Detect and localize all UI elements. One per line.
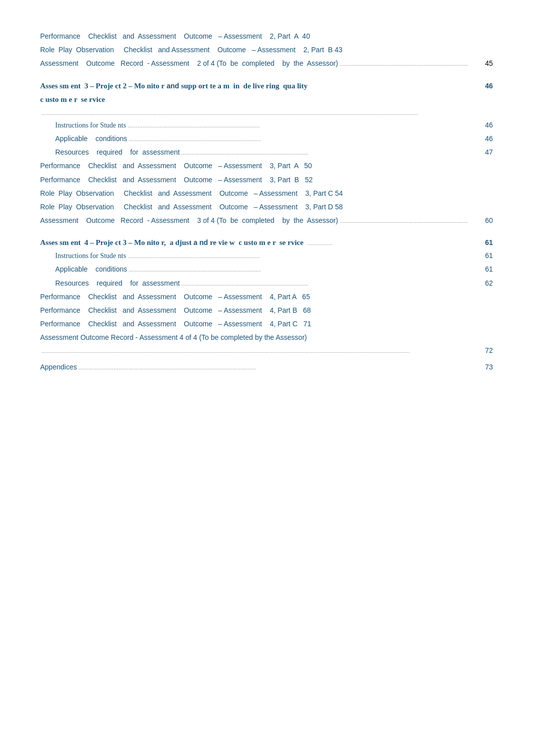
entry-appendices: Appendices .............................… xyxy=(40,361,493,373)
entry-assessment-record-2: Assessment Outcome Record - Assessment 2… xyxy=(40,57,493,70)
entry-label: Performance Checklist and Assessment Out… xyxy=(40,306,311,314)
toc-container: Performance Checklist and Assessment Out… xyxy=(40,30,493,373)
dots: ........................................… xyxy=(128,134,481,145)
entry-perf-check-3a: Performance Checklist and Assessment Out… xyxy=(40,160,493,172)
page-num: 73 xyxy=(483,361,493,373)
entry-perf-check-3b: Performance Checklist and Assessment Out… xyxy=(40,174,493,186)
entry-label: Performance Checklist and Assessment Out… xyxy=(40,176,313,184)
entry-label: Assessment Outcome Record - Assessment 2… xyxy=(40,57,338,70)
dots-row: ........................................… xyxy=(40,344,493,357)
section-4-heading: Asses sm ent 4 – Proje ct 3 – Mo nito r,… xyxy=(40,236,478,249)
entry-resources-3: Resources required for assessment ......… xyxy=(40,146,493,159)
page-num: 47 xyxy=(483,146,493,159)
entry-applicable-4: Applicable conditions ..................… xyxy=(40,263,493,276)
dots: ........................................… xyxy=(181,279,481,290)
page-num: 61 xyxy=(483,263,493,276)
entry-label: Assessment Outcome Record - Assessment 3… xyxy=(40,214,338,227)
entry-perf-check-4b: Performance Checklist and Assessment Out… xyxy=(40,304,493,317)
entry-perf-check-2a: Performance Checklist and Assessment Out… xyxy=(40,30,493,43)
entry-label: Applicable conditions xyxy=(55,263,127,276)
entry-label: Role Play Observation Checklist and Asse… xyxy=(40,203,343,211)
dots: ........................................… xyxy=(181,148,481,159)
entry-resources-4: Resources required for assessment ......… xyxy=(40,277,493,290)
section-3-heading: Asses sm ent 3 – Proje ct 2 – Mo nito r … xyxy=(40,79,478,119)
entry-assessment-record-3: Assessment Outcome Record - Assessment 3… xyxy=(40,214,493,227)
dots: ........................................… xyxy=(127,251,481,262)
entry-role-play-2b: Role Play Observation Checklist and Asse… xyxy=(40,44,493,56)
entry-label: Resources required for assessment xyxy=(55,277,180,290)
entry-role-play-3d: Role Play Observation Checklist and Asse… xyxy=(40,201,493,213)
entry-label: Instructions for Stude nts xyxy=(55,249,126,262)
entry-label: Performance Checklist and Assessment Out… xyxy=(40,320,311,328)
page-num: 46 xyxy=(483,119,493,132)
section-3-page: 46 xyxy=(478,80,493,92)
entry-label: Role Play Observation Checklist and Asse… xyxy=(40,44,342,56)
entry-label: Performance Checklist and Assessment Out… xyxy=(40,293,310,301)
entry-label: Assessment Outcome Record - Assessment 4… xyxy=(40,333,307,341)
section-4-page: 61 xyxy=(478,236,493,249)
entry-perf-check-4a: Performance Checklist and Assessment Out… xyxy=(40,291,493,303)
entry-label: Applicable conditions xyxy=(55,133,127,145)
entry-instructions-3: Instructions for Stude nts .............… xyxy=(40,119,493,132)
entry-label: Instructions for Stude nts xyxy=(55,119,126,132)
section-4-dots: ............... xyxy=(307,239,332,246)
entry-label: Role Play Observation Checklist and Asse… xyxy=(40,189,343,197)
dots: ........................................… xyxy=(340,59,481,70)
entry-perf-check-4c: Performance Checklist and Assessment Out… xyxy=(40,318,493,330)
section-4-heading-row: Asses sm ent 4 – Proje ct 3 – Mo nito r,… xyxy=(40,236,493,249)
entry-instructions-4: Instructions for Stude nts .............… xyxy=(40,249,493,262)
dots: ........................................… xyxy=(42,346,476,357)
entry-label: Appendices xyxy=(40,361,77,373)
section-3-heading-row: Asses sm ent 3 – Proje ct 2 – Mo nito r … xyxy=(40,79,493,119)
dots: ........................................… xyxy=(78,362,481,373)
dots: ........................................… xyxy=(128,265,481,276)
entry-label: Performance Checklist and Assessment Out… xyxy=(40,30,310,43)
dots: ........................................… xyxy=(340,216,481,227)
entry-role-play-3c: Role Play Observation Checklist and Asse… xyxy=(40,187,493,200)
page-num: 46 xyxy=(483,133,493,145)
page-num: 72 xyxy=(478,344,493,357)
section-3-dots: ........................................… xyxy=(40,109,418,116)
page-num: 61 xyxy=(483,249,493,262)
entry-applicable-3: Applicable conditions ..................… xyxy=(40,133,493,145)
page-num: 62 xyxy=(483,277,493,290)
entry-assessment-record-4: Assessment Outcome Record - Assessment 4… xyxy=(40,331,493,356)
entry-label: Performance Checklist and Assessment Out… xyxy=(40,162,312,170)
entry-label: Resources required for assessment xyxy=(55,146,180,159)
dots: ........................................… xyxy=(127,120,481,132)
page-num: 60 xyxy=(483,214,493,227)
page-num: 45 xyxy=(483,57,493,70)
